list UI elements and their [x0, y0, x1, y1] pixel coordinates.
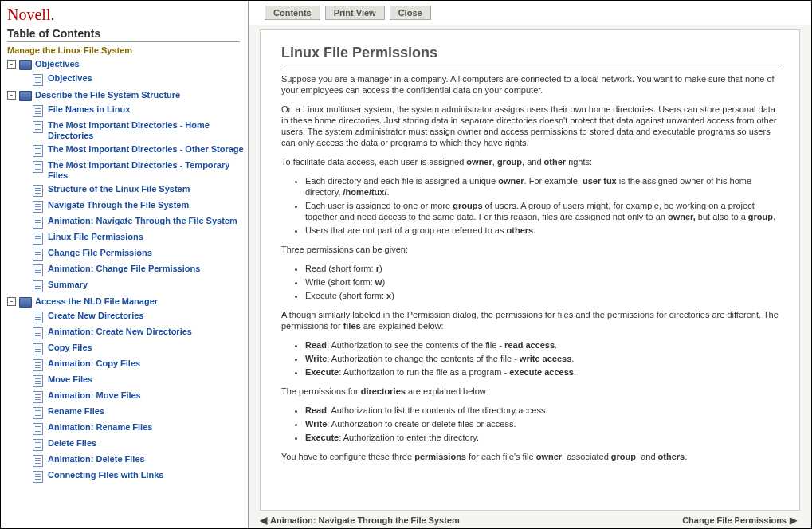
- list-rights: Each directory and each file is assigned…: [305, 175, 779, 236]
- toc-item[interactable]: Objectives: [33, 72, 248, 88]
- toc-item[interactable]: Rename Files: [33, 405, 248, 421]
- toc-item[interactable]: The Most Important Directories - Other S…: [33, 143, 248, 159]
- footer-nav: ◀ Animation: Navigate Through the File S…: [249, 511, 811, 528]
- toc-item[interactable]: Create New Directories: [33, 309, 248, 325]
- page-icon: [33, 455, 43, 467]
- arrow-right-icon: ▶: [790, 515, 797, 525]
- toc-item-label[interactable]: Rename Files: [48, 406, 108, 417]
- toc-item-label[interactable]: The Most Important Directories - Home Di…: [48, 120, 248, 141]
- next-page-label: Change File Permissions: [682, 515, 787, 525]
- toc-item[interactable]: Structure of the Linux File System: [33, 182, 248, 198]
- toc-item-label[interactable]: Animation: Create New Directories: [48, 327, 195, 337]
- list-perm-forms: Read (short form: r) Write (short form: …: [305, 263, 779, 301]
- page-icon: [33, 74, 43, 86]
- page-icon: [33, 201, 43, 213]
- toc-item-label[interactable]: Objectives: [48, 73, 96, 84]
- toc-item[interactable]: Copy Files: [33, 341, 248, 357]
- toc-item-label[interactable]: Linux File Permissions: [48, 232, 147, 242]
- toc-item[interactable]: Connecting Files with Links: [33, 468, 248, 484]
- toc-item-label[interactable]: The Most Important Directories - Tempora…: [48, 160, 248, 181]
- list-dir-perms: Read: Authorization to list the contents…: [305, 405, 779, 443]
- page-icon: [33, 439, 43, 451]
- contents-button[interactable]: Contents: [265, 6, 320, 20]
- page-icon: [33, 375, 43, 387]
- toc-item[interactable]: Navigate Through the File System: [33, 198, 248, 214]
- toc-item[interactable]: Animation: Copy Files: [33, 357, 248, 373]
- toc-item[interactable]: Delete Files: [33, 437, 248, 453]
- toc-item[interactable]: Animation: Rename Files: [33, 421, 248, 437]
- page-icon: [33, 280, 43, 292]
- page-icon: [33, 217, 43, 229]
- list-item: Execute: Authorization to run the file a…: [305, 366, 779, 378]
- toc-item-label[interactable]: Animation: Change File Permissions: [48, 264, 203, 274]
- brand-logo: Novell.: [7, 6, 248, 24]
- toc-item-label[interactable]: Move Files: [48, 374, 96, 385]
- list-item: Read: Authorization to list the contents…: [305, 405, 779, 416]
- collapse-toggle-icon[interactable]: -: [7, 60, 16, 69]
- toc-item-label[interactable]: Summary: [48, 280, 91, 290]
- folder-icon: [19, 297, 32, 308]
- toc-item-label[interactable]: Delete Files: [48, 438, 100, 449]
- sidebar: Novell. Table of Contents Manage the Lin…: [1, 1, 249, 528]
- toc-item[interactable]: Animation: Create New Directories: [33, 325, 248, 341]
- toc-item-label[interactable]: Animation: Move Files: [48, 390, 144, 401]
- page-icon: [33, 145, 43, 157]
- page-icon: [33, 121, 43, 133]
- toc-item[interactable]: File Names in Linux: [33, 103, 248, 119]
- toc-item[interactable]: Move Files: [33, 373, 248, 389]
- toc-item-label[interactable]: Change File Permissions: [48, 248, 155, 258]
- toc-item-label[interactable]: Animation: Rename Files: [48, 422, 155, 433]
- next-page-link[interactable]: Change File Permissions ▶: [682, 515, 797, 525]
- page-icon: [33, 359, 43, 371]
- content-card[interactable]: Linux File Permissions Suppose you are a…: [260, 29, 800, 511]
- page-icon: [33, 249, 43, 261]
- toc-item[interactable]: Linux File Permissions: [33, 230, 248, 246]
- toc-item[interactable]: Animation: Delete Files: [33, 453, 248, 468]
- toc-section[interactable]: -Describe the File System Structure: [7, 88, 248, 103]
- close-button[interactable]: Close: [390, 6, 431, 20]
- toc-section-label[interactable]: Access the NLD File Manager: [35, 296, 158, 307]
- list-item: Users that are not part of a group are r…: [305, 225, 779, 236]
- toc-section[interactable]: -Objectives: [7, 57, 248, 72]
- toc-subitems: Create New DirectoriesAnimation: Create …: [33, 309, 248, 484]
- page-icon: [33, 327, 43, 339]
- paragraph: To facilitate data access, each user is …: [281, 156, 779, 167]
- toc-item[interactable]: The Most Important Directories - Home Di…: [33, 119, 248, 143]
- toc-subitems: Objectives: [33, 72, 248, 88]
- toc-item-label[interactable]: Connecting Files with Links: [48, 470, 167, 480]
- toc-item[interactable]: Change File Permissions: [33, 246, 248, 262]
- toc-item-label[interactable]: Animation: Delete Files: [48, 454, 148, 464]
- arrow-left-icon: ◀: [260, 515, 267, 525]
- page-icon: [33, 185, 43, 197]
- toc-item[interactable]: Animation: Change File Permissions: [33, 262, 248, 278]
- page-icon: [33, 391, 43, 403]
- toc-item-label[interactable]: Structure of the Linux File System: [48, 184, 193, 194]
- collapse-toggle-icon[interactable]: -: [7, 297, 16, 306]
- toc-section[interactable]: -Access the NLD File Manager: [7, 294, 248, 309]
- toc-item-label[interactable]: File Names in Linux: [48, 104, 133, 115]
- toc-item-label[interactable]: The Most Important Directories - Other S…: [48, 144, 247, 155]
- list-item: Execute (short form: x): [305, 290, 779, 301]
- toc-item-label[interactable]: Copy Files: [48, 343, 96, 353]
- page-icon: [33, 312, 43, 323]
- toc-item[interactable]: Summary: [33, 278, 248, 294]
- toc-item[interactable]: Animation: Navigate Through the File Sys…: [33, 214, 248, 230]
- collapse-toggle-icon[interactable]: -: [7, 91, 16, 100]
- toc-section-label[interactable]: Objectives: [35, 58, 80, 69]
- toc-item-label[interactable]: Create New Directories: [48, 311, 147, 321]
- prev-page-link[interactable]: ◀ Animation: Navigate Through the File S…: [260, 515, 460, 525]
- toc-subitems: File Names in LinuxThe Most Important Di…: [33, 103, 248, 294]
- list-item: Each directory and each file is assigned…: [305, 175, 779, 198]
- toc-title: Table of Contents: [7, 27, 240, 42]
- toc-section-label[interactable]: Describe the File System Structure: [35, 89, 180, 100]
- toc-item-label[interactable]: Navigate Through the File System: [48, 200, 192, 210]
- print-view-button[interactable]: Print View: [325, 6, 385, 20]
- toc-item-label[interactable]: Animation: Copy Files: [48, 359, 143, 369]
- toc-item[interactable]: Animation: Move Files: [33, 389, 248, 405]
- folder-icon: [19, 60, 32, 70]
- toc-item[interactable]: The Most Important Directories - Tempora…: [33, 159, 248, 182]
- sidebar-scroll[interactable]: Novell. Table of Contents Manage the Lin…: [1, 1, 248, 528]
- list-item: Execute: Authorization to enter the dire…: [305, 432, 779, 443]
- toc-item-label[interactable]: Animation: Navigate Through the File Sys…: [48, 216, 241, 226]
- paragraph: Suppose you are a manager in a company. …: [281, 73, 779, 96]
